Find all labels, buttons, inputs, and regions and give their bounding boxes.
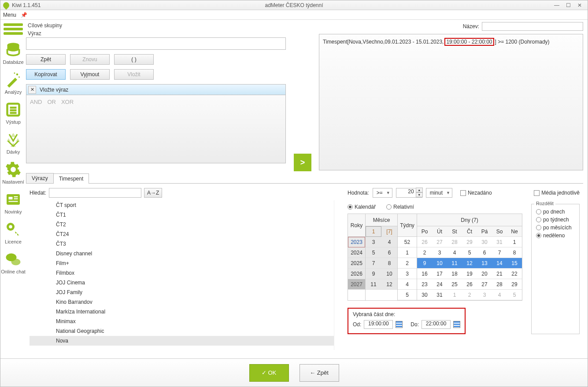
- day-cell[interactable]: 20: [477, 269, 492, 279]
- day-cell[interactable]: 24: [432, 279, 447, 290]
- radio-kalendar[interactable]: Kalendář: [348, 204, 376, 210]
- day-cell[interactable]: 25: [447, 279, 462, 290]
- redo-button[interactable]: Znovu: [70, 54, 110, 65]
- day-cell[interactable]: 6: [477, 247, 492, 258]
- calendar-icon[interactable]: [396, 321, 403, 328]
- nezadano-checkbox[interactable]: [460, 190, 466, 196]
- close-expr-button[interactable]: ✕: [28, 86, 36, 94]
- day-cell[interactable]: 3: [477, 290, 492, 300]
- media-item[interactable]: ČT2: [30, 220, 334, 229]
- media-item[interactable]: ČT sport: [30, 200, 334, 210]
- sidebar-item-chat[interactable]: Online chat: [0, 251, 26, 274]
- paste-button[interactable]: Vložit: [114, 69, 154, 80]
- sidebar-item-novinky[interactable]: Novinky: [0, 191, 26, 214]
- media-jednotlive-checkbox[interactable]: [534, 190, 540, 196]
- search-input[interactable]: [49, 188, 141, 198]
- media-item[interactable]: Film+: [30, 258, 334, 268]
- sidebar-item-licence[interactable]: Licence: [0, 221, 26, 244]
- day-cell[interactable]: 7: [492, 247, 507, 258]
- day-cell[interactable]: 2: [462, 290, 477, 300]
- day-cell[interactable]: 21: [492, 269, 507, 279]
- minimize-button[interactable]: —: [551, 2, 562, 9]
- name-input[interactable]: [482, 22, 583, 31]
- media-item[interactable]: ČT24: [30, 229, 334, 239]
- day-cell[interactable]: 10: [432, 258, 447, 269]
- sidebar-item-nastaveni[interactable]: Nastavení: [0, 161, 26, 184]
- year-2024[interactable]: 2024: [348, 247, 365, 258]
- day-cell[interactable]: 5: [462, 247, 477, 258]
- pin-icon[interactable]: 📌: [21, 12, 27, 18]
- day-cell[interactable]: 14: [492, 258, 507, 269]
- footer-back-button[interactable]: ← Zpět: [300, 364, 339, 382]
- op-select[interactable]: >= ▼: [373, 188, 392, 198]
- media-item[interactable]: Minimax: [30, 317, 334, 326]
- day-cell[interactable]: 29: [462, 237, 477, 247]
- media-item[interactable]: ČT3: [30, 239, 334, 249]
- year-2027[interactable]: 2027: [348, 279, 365, 290]
- day-cell[interactable]: 4: [492, 290, 507, 300]
- day-cell[interactable]: 26: [417, 237, 432, 247]
- day-cell[interactable]: 27: [432, 237, 447, 247]
- spinner[interactable]: ▲▼: [416, 188, 423, 197]
- op-and[interactable]: AND: [30, 99, 42, 105]
- op-xor[interactable]: XOR: [61, 99, 74, 105]
- year-2025[interactable]: 2025: [348, 258, 365, 269]
- day-cell[interactable]: 28: [447, 237, 462, 247]
- year-2026[interactable]: 2026: [348, 269, 365, 279]
- media-item[interactable]: JOJ Cinema: [30, 278, 334, 287]
- unit-select[interactable]: minut ▼: [426, 188, 452, 198]
- day-cell[interactable]: 22: [507, 269, 522, 279]
- media-item[interactable]: JOJ Family: [30, 287, 334, 297]
- do-input[interactable]: 22:00:00: [422, 320, 451, 329]
- tab-vyrazy[interactable]: Výrazy: [26, 173, 54, 183]
- cut-button[interactable]: Vyjmout: [70, 69, 110, 80]
- hamburger-icon[interactable]: [4, 22, 23, 37]
- rozdelit-option[interactable]: po měsících: [536, 225, 575, 231]
- day-cell[interactable]: 5: [507, 290, 522, 300]
- go-button[interactable]: >: [294, 154, 311, 171]
- day-cell[interactable]: 13: [477, 258, 492, 269]
- day-cell[interactable]: 31: [432, 290, 447, 300]
- vyraz-input[interactable]: [26, 37, 286, 50]
- media-item[interactable]: Filmbox: [30, 268, 334, 278]
- day-cell[interactable]: 30: [417, 290, 432, 300]
- day-cell[interactable]: 15: [507, 258, 522, 269]
- media-item[interactable]: Disney channel: [30, 249, 334, 258]
- year-2023[interactable]: 2023: [348, 237, 365, 247]
- sidebar-item-vystup[interactable]: Výstup: [0, 101, 26, 125]
- media-item[interactable]: Markíza International: [30, 307, 334, 317]
- sidebar-item-davky[interactable]: Dávky: [0, 131, 26, 155]
- day-cell[interactable]: 16: [417, 269, 432, 279]
- calendar-icon[interactable]: [453, 321, 460, 328]
- back-button[interactable]: Zpět: [26, 54, 66, 65]
- ok-button[interactable]: ✓ OK: [249, 364, 289, 382]
- media-item[interactable]: ČT1: [30, 210, 334, 220]
- day-cell[interactable]: 26: [462, 279, 477, 290]
- copy-button[interactable]: Kopírovat: [26, 69, 66, 80]
- day-cell[interactable]: 3: [432, 247, 447, 258]
- od-input[interactable]: 19:00:00: [364, 320, 393, 329]
- day-cell[interactable]: 27: [477, 279, 492, 290]
- sidebar-item-databaze[interactable]: Databáze: [0, 41, 26, 65]
- day-cell[interactable]: 30: [477, 237, 492, 247]
- media-item[interactable]: Kino Barrandov: [30, 297, 334, 307]
- day-cell[interactable]: 29: [507, 279, 522, 290]
- day-cell[interactable]: 2: [417, 247, 432, 258]
- day-cell[interactable]: 12: [462, 258, 477, 269]
- day-cell[interactable]: 31: [492, 237, 507, 247]
- op-or[interactable]: OR: [47, 99, 56, 105]
- day-cell[interactable]: 19: [462, 269, 477, 279]
- day-cell[interactable]: 4: [447, 247, 462, 258]
- tab-timespent[interactable]: Timespent: [53, 173, 89, 184]
- rozdelit-option[interactable]: po týdnech: [536, 217, 575, 223]
- day-cell[interactable]: 11: [447, 258, 462, 269]
- calendar-grid[interactable]: Roky 2023 2024 2025 2026 2027 Měsíce: [348, 214, 522, 301]
- close-button[interactable]: ✕: [574, 2, 585, 9]
- day-cell[interactable]: 28: [492, 279, 507, 290]
- rozdelit-option[interactable]: neděleno: [536, 232, 575, 239]
- media-item[interactable]: Nova: [30, 336, 334, 346]
- sort-button[interactable]: A→Z: [144, 188, 162, 198]
- day-cell[interactable]: 8: [507, 247, 522, 258]
- paren-button[interactable]: ( ): [114, 54, 154, 65]
- day-cell[interactable]: 1: [447, 290, 462, 300]
